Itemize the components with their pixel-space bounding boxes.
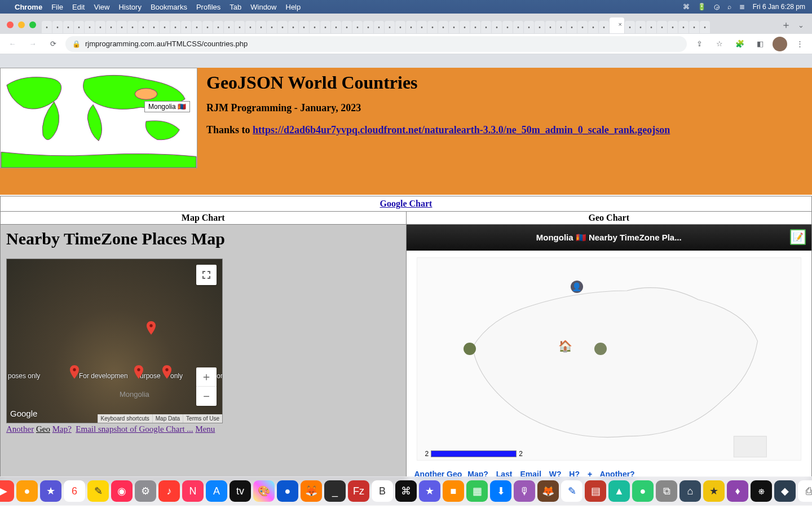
tab-pinned[interactable]: •	[363, 21, 373, 33]
terms-link[interactable]: Terms of Use	[183, 414, 222, 423]
geo-marker-house-icon[interactable]: 🏠	[559, 340, 572, 352]
dock-app-icon[interactable]: ●	[632, 480, 654, 502]
dock-calendar-icon[interactable]: 6	[64, 480, 85, 502]
tab-pinned[interactable]: •	[310, 21, 320, 33]
tab-pinned[interactable]: •	[299, 21, 309, 33]
zoom-in-button[interactable]: ＋	[196, 367, 217, 387]
tab-pinned[interactable]: •	[245, 21, 255, 33]
tab-pinned[interactable]: •	[417, 21, 427, 33]
tab-pinned[interactable]: •	[481, 21, 491, 33]
tab-pinned[interactable]: •	[342, 21, 352, 33]
dock-news-icon[interactable]: N	[182, 480, 204, 502]
control-center-icon[interactable]: ≣	[739, 3, 745, 11]
map-pin-icon[interactable]	[147, 321, 156, 335]
keyboard-shortcuts-link[interactable]: Keyboard shortcuts	[98, 414, 152, 423]
email-snapshot-link[interactable]: Email snapshot of Google Chart ...	[76, 424, 193, 433]
battery-icon[interactable]: 🔋	[698, 3, 706, 11]
map-pin-icon[interactable]	[70, 365, 79, 379]
menu-link[interactable]: Menu	[195, 424, 215, 433]
tab-pinned[interactable]: •	[74, 21, 84, 33]
address-bar[interactable]: 🔒 rjmprogramming.com.au/HTMLCSS/countrie…	[65, 36, 687, 52]
tab-pinned[interactable]: •	[277, 21, 288, 33]
tab-pinned[interactable]: •	[470, 21, 480, 33]
reload-button[interactable]: ⟳	[45, 36, 61, 52]
dock-terminal-icon[interactable]: _	[324, 480, 346, 502]
menu-file[interactable]: File	[51, 3, 63, 11]
extensions-button[interactable]: 🧩	[732, 36, 748, 52]
fullscreen-button[interactable]	[196, 265, 217, 285]
minimize-window-button[interactable]	[18, 21, 25, 28]
tab-active[interactable]: ×	[610, 17, 624, 33]
map-data-link[interactable]: Map Data	[152, 414, 183, 423]
tab-pinned[interactable]: •	[181, 21, 191, 33]
tab-pinned[interactable]: •	[657, 21, 667, 33]
tab-pinned[interactable]: •	[524, 21, 534, 33]
tab-pinned[interactable]: •	[599, 21, 609, 33]
close-tab-icon[interactable]: ×	[619, 21, 622, 28]
tab-pinned[interactable]: •	[42, 21, 52, 33]
tab-pinned[interactable]: •	[63, 21, 73, 33]
tab-pinned[interactable]: •	[385, 21, 395, 33]
tab-pinned[interactable]: •	[95, 21, 105, 33]
dock-app-icon[interactable]: ▲	[608, 480, 630, 502]
zoom-out-button[interactable]: −	[196, 387, 217, 406]
tab-pinned[interactable]: •	[331, 21, 341, 33]
tab-pinned[interactable]: •	[689, 21, 699, 33]
menu-help[interactable]: Help	[286, 3, 301, 11]
tab-dropdown-button[interactable]: ⌄	[793, 21, 809, 29]
dock-app-icon[interactable]: ⌂	[679, 480, 701, 502]
back-button[interactable]: ←	[5, 36, 20, 52]
dock-app-icon[interactable]: ⬇	[490, 480, 511, 502]
tab-pinned[interactable]: •	[556, 21, 566, 33]
tab-pinned[interactable]: •	[406, 21, 416, 33]
dock-app-icon[interactable]: ✎	[561, 480, 582, 502]
dock-music-icon[interactable]: ♪	[158, 480, 180, 502]
dock-app-icon[interactable]: ★	[703, 480, 725, 502]
dock-tv-icon[interactable]: tv	[230, 480, 251, 502]
another-link[interactable]: Another	[6, 424, 34, 433]
dock-app-icon[interactable]: ▶	[0, 480, 14, 502]
tab-pinned[interactable]: •	[460, 21, 470, 33]
map-link[interactable]: Map?	[52, 424, 72, 433]
tab-pinned[interactable]: •	[535, 21, 545, 33]
tab-pinned[interactable]: •	[438, 21, 448, 33]
tab-pinned[interactable]: •	[85, 21, 95, 33]
tab-pinned[interactable]: •	[449, 21, 459, 33]
tab-pinned[interactable]: •	[700, 21, 710, 33]
tab-pinned[interactable]: •	[636, 21, 646, 33]
dock-app-icon[interactable]: ■	[443, 480, 464, 502]
wifi-icon[interactable]: ◶	[714, 3, 720, 11]
menubar-clock[interactable]: Fri 6 Jan 6:28 pm	[753, 3, 805, 11]
dock-app-icon[interactable]: ✎	[87, 480, 109, 502]
menu-view[interactable]: View	[94, 3, 109, 11]
tab-pinned[interactable]: •	[625, 21, 635, 33]
geo-chart-body[interactable]: 👤 🏠 2 2	[417, 257, 802, 461]
geo-marker-icon[interactable]	[464, 343, 476, 355]
dock-app-icon[interactable]: ⎙	[798, 480, 812, 502]
tab-pinned[interactable]: •	[117, 21, 127, 33]
dock-app-icon[interactable]: ♦	[727, 480, 748, 502]
tab-pinned[interactable]: •	[502, 21, 513, 33]
tab-pinned[interactable]: •	[213, 21, 223, 33]
dock-podcasts-icon[interactable]: 🎙	[514, 480, 535, 502]
dock-app-icon[interactable]: ★	[419, 480, 440, 502]
menu-profiles[interactable]: Profiles	[196, 3, 220, 11]
tab-pinned[interactable]: •	[138, 21, 148, 33]
menubar-app[interactable]: Chrome	[15, 3, 42, 11]
dock-app-icon[interactable]: ★	[40, 480, 61, 502]
tab-pinned[interactable]: •	[267, 21, 277, 33]
tab-pinned[interactable]: •	[160, 21, 170, 33]
geo-link[interactable]: Geo	[36, 424, 50, 433]
tab-pinned[interactable]: •	[545, 21, 555, 33]
tab-pinned[interactable]: •	[202, 21, 213, 33]
map-pin-icon[interactable]	[162, 365, 171, 379]
dock-firefox-icon[interactable]: 🦊	[301, 480, 322, 502]
dock-app-icon[interactable]: ▦	[466, 480, 488, 502]
new-tab-button[interactable]: ＋	[779, 18, 793, 32]
tab-pinned[interactable]: •	[320, 21, 330, 33]
tab-pinned[interactable]: •	[149, 21, 159, 33]
chrome-menu-button[interactable]: ⋮	[792, 36, 807, 52]
dock-appstore-icon[interactable]: A	[206, 480, 227, 502]
geo-marker-icon[interactable]	[594, 343, 607, 355]
geo-marker-icon[interactable]: 👤	[571, 281, 583, 293]
